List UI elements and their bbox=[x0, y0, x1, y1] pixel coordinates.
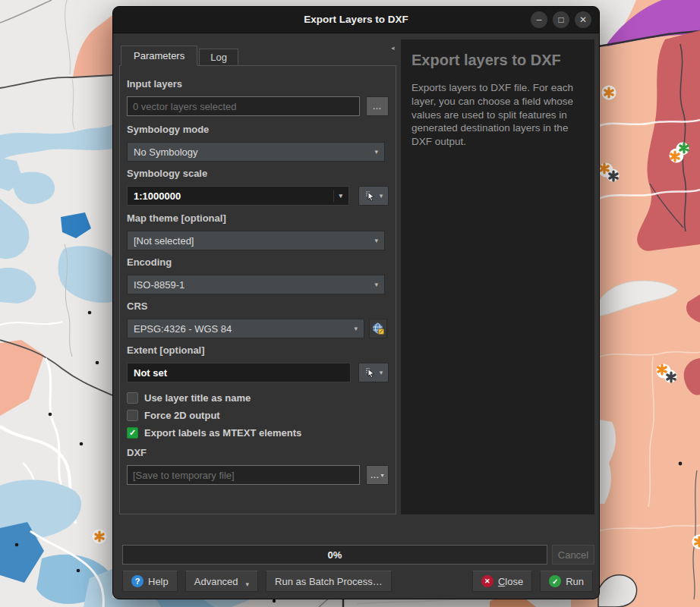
minimize-button[interactable]: – bbox=[531, 11, 547, 28]
input-layers-field[interactable]: 0 vector layers selected bbox=[127, 96, 360, 116]
progress-bar: 0% bbox=[122, 545, 547, 565]
tab-bar: Parameters Log bbox=[121, 46, 240, 66]
checkbox-force-2d[interactable]: ✓ Force 2D output bbox=[127, 407, 389, 423]
chevron-down-icon: ▾ bbox=[380, 369, 383, 376]
checkbox-mtext-labels[interactable]: ✓ Export labels as MTEXT elements bbox=[127, 425, 389, 440]
help-button-label: Help bbox=[148, 576, 169, 587]
close-button-label: Close bbox=[498, 576, 523, 587]
extent-label: Extent [optional] bbox=[127, 344, 389, 357]
map-extent-cursor-icon bbox=[364, 190, 377, 202]
symbology-mode-label: Symbology mode bbox=[127, 124, 389, 136]
chevron-down-icon: ▾ bbox=[374, 148, 378, 156]
input-layers-placeholder: 0 vector layers selected bbox=[133, 101, 237, 112]
crs-picker-button[interactable] bbox=[369, 319, 387, 338]
tab-parameters[interactable]: Parameters bbox=[121, 46, 197, 66]
ellipsis-icon: … bbox=[373, 101, 383, 112]
run-check-icon: ✓ bbox=[549, 575, 561, 587]
collapse-panel-icon[interactable]: ◂ bbox=[391, 44, 395, 52]
help-panel-body: Exports layers to DXF file. For each lay… bbox=[411, 81, 584, 149]
run-batch-button[interactable]: Run as Batch Process… bbox=[266, 571, 392, 592]
dialog-titlebar[interactable]: Export Layers to DXF – □ ✕ bbox=[113, 7, 599, 33]
run-button-label: Run bbox=[566, 576, 584, 587]
ellipsis-icon: … bbox=[370, 470, 380, 480]
maximize-button[interactable]: □ bbox=[553, 11, 569, 28]
close-button[interactable]: ✕ Close bbox=[472, 571, 532, 592]
input-layers-label: Input layers bbox=[127, 78, 389, 90]
map-theme-value: [Not selected] bbox=[134, 235, 370, 247]
export-dxf-dialog: Export Layers to DXF – □ ✕ Parameters Lo… bbox=[112, 6, 600, 599]
dialog-button-row: ? Help Advanced ▾ Run as Batch Process… … bbox=[122, 571, 593, 592]
run-button[interactable]: ✓ Run bbox=[540, 571, 593, 592]
dxf-output-browse-button[interactable]: … ▾ bbox=[366, 465, 389, 485]
input-layers-browse-button[interactable]: … bbox=[366, 96, 389, 116]
map-extent-cursor-icon bbox=[364, 366, 377, 379]
crs-label: CRS bbox=[127, 300, 389, 313]
encoding-select[interactable]: ISO-8859-1 ▾ bbox=[127, 275, 385, 294]
maximize-icon: □ bbox=[558, 15, 563, 24]
minimize-icon: – bbox=[537, 15, 542, 24]
close-window-button[interactable]: ✕ bbox=[575, 11, 591, 28]
window-controls: – □ ✕ bbox=[531, 11, 591, 28]
dxf-output-placeholder: [Save to temporary file] bbox=[133, 470, 235, 481]
dialog-title: Export Layers to DXF bbox=[113, 7, 599, 33]
scale-from-canvas-button[interactable]: ▾ bbox=[358, 186, 389, 206]
help-panel-title: Export layers to DXF bbox=[411, 52, 584, 69]
map-theme-select[interactable]: [Not selected] ▾ bbox=[127, 231, 385, 250]
close-red-icon: ✕ bbox=[481, 575, 493, 587]
checkbox-label: Use layer title as name bbox=[144, 392, 251, 404]
extent-value: Not set bbox=[134, 367, 344, 379]
chevron-down-icon: ▾ bbox=[246, 580, 250, 588]
checkbox-icon: ✓ bbox=[127, 427, 138, 439]
encoding-label: Encoding bbox=[127, 256, 389, 269]
help-button[interactable]: ? Help bbox=[122, 571, 178, 592]
checkbox-use-layer-title[interactable]: ✓ Use layer title as name bbox=[127, 390, 389, 405]
checkbox-label: Force 2D output bbox=[144, 410, 220, 421]
map-theme-label: Map theme [optional] bbox=[127, 212, 389, 225]
symbology-scale-value: 1:1000000 bbox=[134, 190, 329, 202]
checkbox-icon: ✓ bbox=[127, 392, 138, 404]
extent-from-canvas-button[interactable]: ▾ bbox=[358, 363, 389, 382]
dxf-output-field[interactable]: [Save to temporary file] bbox=[127, 465, 360, 485]
parameters-panel: Input layers 0 vector layers selected … … bbox=[119, 65, 396, 514]
advanced-button[interactable]: Advanced ▾ bbox=[185, 571, 258, 592]
symbology-scale-label: Symbology scale bbox=[127, 168, 389, 180]
symbology-mode-value: No Symbology bbox=[134, 146, 370, 158]
tab-log[interactable]: Log bbox=[199, 49, 238, 66]
close-icon: ✕ bbox=[579, 15, 587, 24]
cancel-button[interactable]: Cancel bbox=[552, 545, 594, 565]
extent-field[interactable]: Not set bbox=[127, 363, 351, 382]
symbology-mode-select[interactable]: No Symbology ▾ bbox=[127, 142, 385, 162]
dxf-output-label: DXF bbox=[127, 447, 389, 459]
chevron-down-icon: ▾ bbox=[354, 325, 358, 332]
crs-select[interactable]: EPSG:4326 - WGS 84 ▾ bbox=[127, 319, 364, 338]
progress-value: 0% bbox=[328, 549, 342, 561]
checkbox-label: Export labels as MTEXT elements bbox=[144, 427, 301, 439]
advanced-button-label: Advanced bbox=[194, 576, 238, 587]
help-panel: Export layers to DXF Exports layers to D… bbox=[401, 39, 594, 514]
encoding-value: ISO-8859-1 bbox=[134, 279, 370, 291]
screen: Export Layers to DXF – □ ✕ Parameters Lo… bbox=[0, 0, 700, 607]
chevron-down-icon: ▾ bbox=[374, 281, 378, 288]
progress-row: 0% Cancel bbox=[122, 545, 594, 565]
help-icon: ? bbox=[131, 575, 143, 587]
run-batch-label: Run as Batch Process… bbox=[275, 576, 383, 587]
chevron-down-icon: ▾ bbox=[374, 237, 378, 244]
globe-icon bbox=[371, 322, 385, 335]
crs-value: EPSG:4326 - WGS 84 bbox=[134, 323, 349, 335]
chevron-down-icon: ▾ bbox=[380, 192, 383, 200]
checkbox-icon: ✓ bbox=[127, 410, 138, 421]
symbology-scale-input[interactable]: 1:1000000 ▾ bbox=[127, 186, 349, 206]
chevron-down-icon: ▾ bbox=[380, 472, 384, 479]
chevron-down-icon: ▾ bbox=[333, 190, 342, 202]
